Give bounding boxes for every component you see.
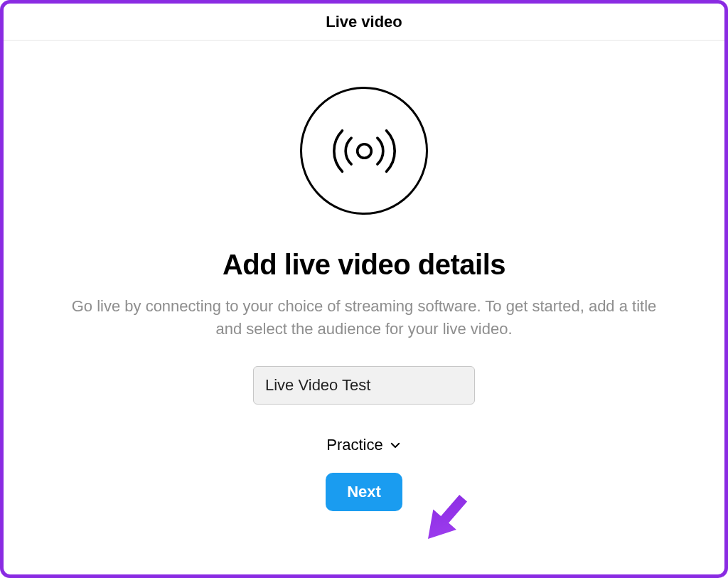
next-button[interactable]: Next <box>326 473 402 511</box>
dialog-content: Add live video details Go live by connec… <box>4 41 724 511</box>
chevron-down-icon <box>389 439 402 451</box>
svg-point-0 <box>357 144 371 158</box>
page-heading: Add live video details <box>223 249 505 281</box>
audience-selector[interactable]: Practice <box>326 436 401 454</box>
audience-selected-label: Practice <box>326 436 382 454</box>
dialog-frame: Live video Add live video details Go liv… <box>0 0 728 578</box>
live-title-input[interactable] <box>253 366 475 405</box>
dialog-title: Live video <box>326 13 402 31</box>
dialog-header: Live video <box>4 4 724 41</box>
live-broadcast-icon <box>300 87 428 215</box>
page-description: Go live by connecting to your choice of … <box>58 295 670 341</box>
